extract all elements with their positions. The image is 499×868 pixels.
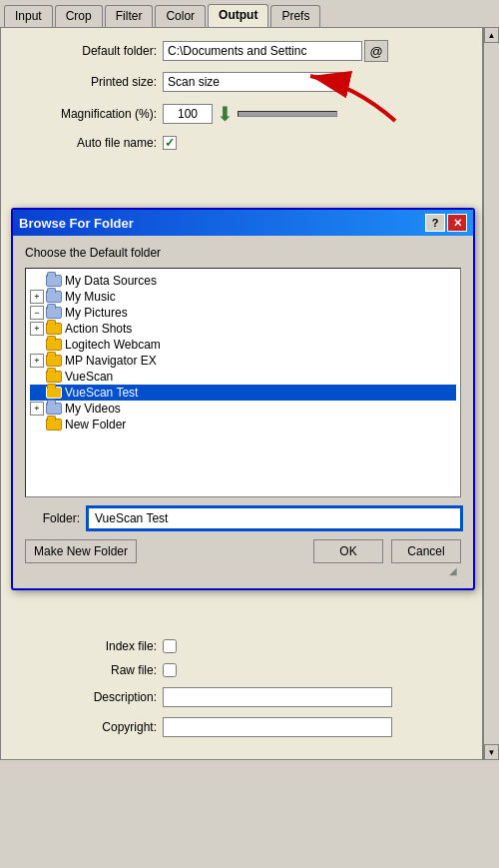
- copyright-label: Copyright:: [17, 720, 157, 734]
- raw-file-label: Raw file:: [17, 663, 157, 677]
- tab-color[interactable]: Color: [155, 5, 206, 27]
- folder-name-label: Folder:: [25, 511, 80, 525]
- browse-folder-dialog: Browse For Folder ? ✕ Choose the Default…: [11, 208, 475, 590]
- tab-output[interactable]: Output: [208, 4, 268, 27]
- description-row: Description:: [17, 687, 466, 707]
- slider-arrow-icon: ⬇: [217, 102, 234, 126]
- slider-track[interactable]: [238, 111, 337, 117]
- tree-item-vuescan-test[interactable]: VueScan Test: [30, 385, 456, 401]
- cancel-button[interactable]: Cancel: [391, 539, 461, 563]
- tab-crop[interactable]: Crop: [55, 5, 103, 27]
- tree-item-action-shots[interactable]: + Action Shots: [30, 321, 456, 337]
- index-file-checkbox[interactable]: [163, 639, 177, 653]
- dialog-title: Browse For Folder: [19, 216, 134, 231]
- tab-prefs[interactable]: Prefs: [270, 5, 320, 27]
- resize-handle[interactable]: ◢: [25, 563, 461, 578]
- tab-content: Default folder: @ Printed size: Scan siz…: [0, 27, 483, 760]
- folder-name-input[interactable]: [88, 507, 461, 529]
- folder-icon: [46, 291, 62, 303]
- dialog-body: Choose the Default folder My Data Source…: [13, 236, 473, 588]
- expander-empty: [30, 338, 44, 352]
- expander-action-shots[interactable]: +: [30, 322, 44, 336]
- folder-icon: [46, 403, 62, 415]
- dialog-close-button[interactable]: ✕: [447, 214, 467, 232]
- tree-item-vuescan[interactable]: VueScan: [30, 369, 456, 385]
- folder-icon: [46, 275, 62, 287]
- make-new-folder-button[interactable]: Make New Folder: [25, 539, 137, 563]
- folder-icon: [46, 323, 62, 335]
- expander-mp-navigator[interactable]: +: [30, 354, 44, 368]
- checkmark-icon: ✓: [165, 136, 175, 150]
- default-folder-row: Default folder: @: [17, 40, 466, 62]
- expander-empty: [30, 386, 44, 400]
- description-label: Description:: [17, 690, 157, 704]
- printed-size-select-wrap: Scan size: [163, 72, 342, 92]
- ok-button[interactable]: OK: [313, 539, 383, 563]
- magnification-input[interactable]: [163, 104, 213, 124]
- copyright-input[interactable]: [163, 717, 392, 737]
- expander-empty: [30, 274, 44, 288]
- folder-tree[interactable]: My Data Sources + My Music −: [25, 268, 461, 497]
- tree-item-logitech-webcam[interactable]: Logitech Webcam: [30, 337, 456, 353]
- tab-input[interactable]: Input: [4, 5, 53, 27]
- default-folder-input[interactable]: [163, 41, 362, 61]
- tab-filter[interactable]: Filter: [105, 5, 154, 27]
- dialog-titlebar: Browse For Folder ? ✕: [13, 210, 473, 236]
- raw-file-checkbox[interactable]: [163, 663, 177, 677]
- printed-size-select[interactable]: Scan size: [163, 72, 342, 92]
- main-scrollbar[interactable]: ▲ ▼: [483, 27, 499, 760]
- folder-icon: [46, 339, 62, 351]
- tree-item-mp-navigator[interactable]: + MP Navigator EX: [30, 353, 456, 369]
- main-window: Input Crop Filter Color Output Prefs: [0, 0, 499, 760]
- dialog-titlebar-buttons: ? ✕: [425, 214, 467, 232]
- scroll-down-button[interactable]: ▼: [484, 744, 499, 760]
- expander-my-videos[interactable]: +: [30, 402, 44, 416]
- folder-icon: [46, 387, 62, 399]
- raw-file-row: Raw file:: [17, 663, 466, 677]
- printed-size-label: Printed size:: [17, 75, 157, 89]
- default-folder-label: Default folder:: [17, 44, 157, 58]
- folder-icon: [46, 371, 62, 383]
- index-file-label: Index file:: [17, 639, 157, 653]
- copyright-row: Copyright:: [17, 717, 466, 737]
- expander-empty: [30, 418, 44, 432]
- expander-my-pictures[interactable]: −: [30, 306, 44, 320]
- scroll-track: [484, 43, 499, 744]
- dialog-help-button[interactable]: ?: [425, 214, 445, 232]
- auto-file-name-row: Auto file name: ✓: [17, 136, 466, 150]
- tree-item-my-videos[interactable]: + My Videos: [30, 401, 456, 417]
- scroll-up-button[interactable]: ▲: [484, 27, 499, 43]
- auto-file-name-label: Auto file name:: [17, 136, 157, 150]
- auto-file-name-checkbox[interactable]: ✓: [163, 136, 177, 150]
- description-input[interactable]: [163, 687, 392, 707]
- tree-item-my-music[interactable]: + My Music: [30, 289, 456, 305]
- tree-item-my-pictures[interactable]: − My Pictures: [30, 305, 456, 321]
- dialog-buttons: Make New Folder OK Cancel: [25, 539, 461, 563]
- dialog-instruction: Choose the Default folder: [25, 246, 461, 260]
- index-file-row: Index file:: [17, 639, 466, 653]
- tree-item-new-folder[interactable]: New Folder: [30, 417, 456, 433]
- folder-input-wrap: @: [163, 40, 388, 62]
- printed-size-row: Printed size: Scan size: [17, 72, 466, 92]
- folder-icon: [46, 355, 62, 367]
- expander-empty: [30, 370, 44, 384]
- folder-icon: [46, 419, 62, 431]
- magnification-row: Magnification (%): ⬇: [17, 102, 466, 126]
- folder-browse-button[interactable]: @: [364, 40, 388, 62]
- tabs-bar: Input Crop Filter Color Output Prefs: [0, 0, 499, 27]
- folder-icon: [46, 307, 62, 319]
- magnification-label: Magnification (%):: [17, 107, 157, 121]
- expander-my-music[interactable]: +: [30, 290, 44, 304]
- folder-name-row: Folder:: [25, 507, 461, 529]
- tree-item-my-data-sources[interactable]: My Data Sources: [30, 273, 456, 289]
